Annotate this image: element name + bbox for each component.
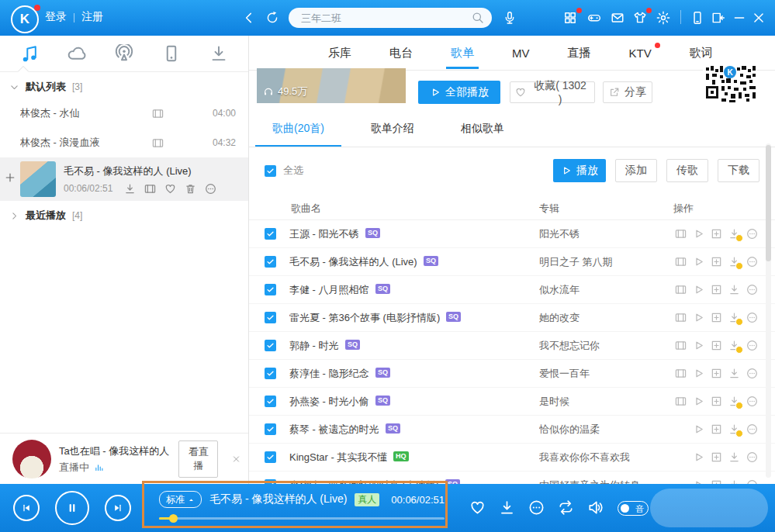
scrollbar-thumb[interactable] — [766, 145, 771, 261]
row-download-icon[interactable] — [728, 451, 740, 463]
row-add-icon[interactable] — [711, 451, 722, 463]
tab-radio-icon[interactable] — [115, 44, 133, 63]
row-checkbox[interactable] — [265, 312, 276, 323]
table-row[interactable]: 孙燕姿 - 时光小偷 SQ 是时候 — [249, 388, 775, 416]
lyrics-panel-highlight[interactable] — [650, 489, 768, 527]
select-all-checkbox[interactable] — [265, 165, 276, 177]
row-download-icon[interactable] — [728, 340, 740, 351]
pause-button[interactable] — [55, 491, 89, 525]
chevron-right-icon[interactable] — [9, 211, 19, 221]
mv-icon[interactable] — [675, 256, 687, 268]
play-all-button[interactable]: 全部播放 — [418, 81, 500, 104]
row-album[interactable]: 她的改变 — [539, 311, 580, 325]
row-add-icon[interactable] — [711, 423, 722, 435]
row-download-icon[interactable] — [728, 284, 740, 295]
add-song-icon[interactable] — [5, 172, 16, 183]
music-recognition-icon[interactable] — [503, 11, 517, 25]
login-link[interactable]: 登录 — [45, 10, 67, 24]
table-row[interactable]: 毛不易 - 像我这样的人 (Live) SQ 明日之子 第八期 — [249, 248, 775, 276]
scrollbar[interactable] — [766, 143, 771, 478]
row-checkbox[interactable] — [265, 368, 276, 379]
messages-icon[interactable] — [611, 11, 624, 25]
apps-grid-icon[interactable] — [563, 11, 577, 25]
row-song-title[interactable]: 李健 - 八月照相馆 — [289, 283, 369, 297]
row-play-icon[interactable] — [693, 284, 704, 295]
row-download-icon[interactable] — [728, 312, 740, 323]
row-download-icon[interactable] — [728, 256, 740, 268]
settings-gear-icon[interactable] — [656, 11, 670, 25]
now-playing-row[interactable]: 毛不易 - 像我这样的人 (Live) 00:06/02:51 — [0, 157, 248, 201]
row-more-icon[interactable] — [746, 312, 758, 323]
row-add-icon[interactable] — [711, 228, 722, 240]
row-more-icon[interactable] — [746, 368, 758, 379]
nav-tab[interactable]: 电台 — [388, 37, 414, 69]
search-box[interactable] — [289, 8, 492, 28]
mv-icon[interactable] — [675, 340, 687, 351]
progress-bar[interactable] — [159, 517, 445, 520]
row-album[interactable]: 我不想忘记你 — [539, 339, 600, 353]
row-album[interactable]: 似水流年 — [539, 283, 580, 297]
volume-icon[interactable] — [587, 499, 604, 516]
row-album[interactable]: 爱恨一百年 — [539, 367, 590, 381]
minimize-button[interactable] — [732, 11, 746, 25]
mini-mode-icon[interactable] — [711, 11, 725, 25]
row-checkbox[interactable] — [265, 340, 276, 351]
favorite-heart-icon[interactable] — [469, 499, 486, 516]
row-more-icon[interactable] — [746, 340, 758, 351]
trash-icon[interactable] — [185, 183, 196, 195]
play-selected-button[interactable]: 播放 — [553, 159, 606, 182]
table-row[interactable]: 雷光夏 - 第36个故事 (电影抒情版) SQ 她的改变 — [249, 304, 775, 332]
row-add-icon[interactable] — [711, 312, 722, 323]
song-title[interactable]: 林俊杰 - 水仙 — [20, 106, 152, 120]
row-song-title[interactable]: 雷光夏 - 第36个故事 (电影抒情版) — [289, 311, 440, 325]
row-song-title[interactable]: 毛不易 - 像我这样的人 (Live) — [289, 255, 417, 269]
row-download-icon[interactable] — [728, 423, 740, 435]
mv-icon[interactable] — [144, 183, 156, 195]
quality-selector[interactable]: 标准 — [159, 491, 202, 508]
row-song-title[interactable]: 王源 - 阳光不锈 — [289, 227, 359, 241]
row-more-icon[interactable] — [746, 423, 758, 435]
favorite-button[interactable]: 收藏( 1302 ) — [510, 81, 595, 103]
row-add-icon[interactable] — [711, 396, 722, 407]
row-more-icon[interactable] — [746, 396, 758, 407]
skin-theme-icon[interactable] — [633, 11, 647, 25]
games-icon[interactable] — [587, 11, 601, 25]
progress-thumb[interactable] — [169, 514, 178, 523]
download-button[interactable]: 下载 — [718, 159, 759, 182]
sidebar-group-recent[interactable]: 最近播放 [4] — [0, 204, 248, 227]
tab-device-icon[interactable] — [162, 44, 181, 63]
tab-download-icon[interactable] — [209, 44, 228, 63]
table-row[interactable]: 蔡琴 - 被遗忘的时光 SQ 恰似你的温柔 — [249, 416, 775, 444]
nav-tab[interactable]: 乐库 — [327, 37, 353, 69]
nav-tab[interactable]: 歌单 — [449, 37, 476, 69]
sidebar-song-row[interactable]: 林俊杰 - 浪漫血液 04:32 — [0, 128, 248, 157]
row-checkbox[interactable] — [265, 451, 276, 463]
heart-icon[interactable] — [164, 183, 176, 195]
row-song-title[interactable]: 孙燕姿 - 时光小偷 — [289, 395, 369, 409]
row-download-icon[interactable] — [728, 228, 740, 240]
row-more-icon[interactable] — [746, 284, 758, 295]
row-song-title[interactable]: 蔡淳佳 - 隐形纪念 — [289, 367, 369, 381]
row-add-icon[interactable] — [711, 368, 722, 379]
table-row[interactable]: 蔡淳佳 - 隐形纪念 SQ 爱恨一百年 — [249, 360, 775, 388]
row-play-icon[interactable] — [693, 228, 704, 240]
nav-tab[interactable]: 歌词 — [688, 37, 714, 69]
mv-icon[interactable] — [675, 228, 687, 240]
row-checkbox[interactable] — [265, 423, 276, 435]
mv-icon[interactable] — [675, 284, 687, 295]
row-more-icon[interactable] — [746, 451, 758, 463]
row-checkbox[interactable] — [265, 396, 276, 407]
previous-button[interactable] — [13, 495, 40, 521]
watch-live-button[interactable]: 看直播 — [178, 440, 218, 478]
row-play-icon[interactable] — [693, 451, 704, 463]
nav-tab[interactable]: 直播 — [566, 37, 593, 69]
row-checkbox[interactable] — [265, 284, 276, 295]
content-tab[interactable]: 歌曲(20首) — [269, 122, 327, 147]
row-album[interactable]: 是时候 — [539, 395, 569, 409]
row-song-title[interactable]: KingStar - 其实我不懂 — [289, 451, 387, 465]
row-more-icon[interactable] — [746, 228, 758, 240]
table-row[interactable]: 王源 - 阳光不锈 SQ 阳光不锈 — [249, 220, 775, 248]
mv-icon[interactable] — [152, 108, 164, 119]
register-link[interactable]: 注册 — [81, 10, 103, 24]
row-more-icon[interactable] — [746, 256, 758, 268]
